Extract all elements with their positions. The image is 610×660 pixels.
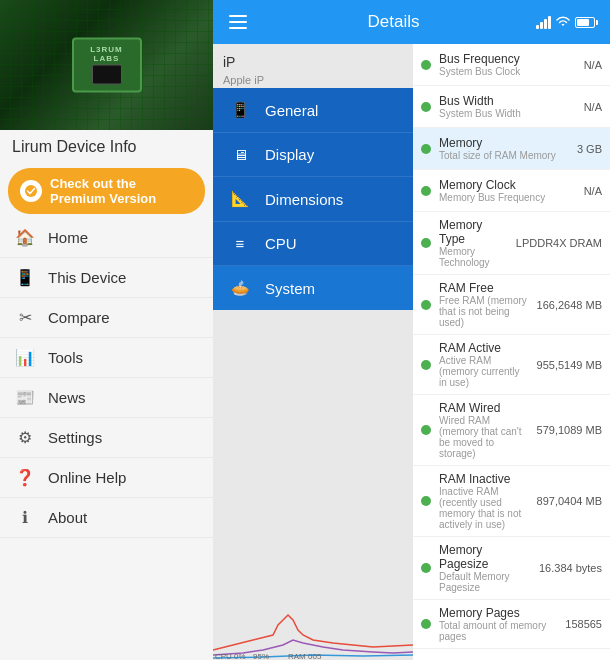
svg-text:95%: 95% xyxy=(253,652,269,660)
detail-row: RAM Active Active RAM (memory currently … xyxy=(413,335,610,395)
svg-text:CPU 0%: CPU 0% xyxy=(215,652,246,660)
detail-value: 955,5149 MB xyxy=(537,359,602,371)
dropdown-item-system[interactable]: 🥧 System xyxy=(213,266,413,310)
dropdown-icon-system: 🥧 xyxy=(229,279,251,297)
dropdown-item-display[interactable]: 🖥 Display xyxy=(213,133,413,177)
detail-text: RAM Wired Wired RAM (memory that can't b… xyxy=(439,401,529,459)
detail-text: Bus Frequency System Bus Clock xyxy=(439,52,576,77)
detail-name: RAM Inactive xyxy=(439,472,529,486)
nav-label-tools: Tools xyxy=(48,349,83,366)
nav-label-online-help: Online Help xyxy=(48,469,126,486)
wifi-icon xyxy=(555,16,571,28)
nav-label-home: Home xyxy=(48,229,88,246)
dropdown-label-display: Display xyxy=(265,146,314,163)
nav-item-this-device[interactable]: 📱 This Device xyxy=(0,258,213,298)
detail-dot xyxy=(421,619,431,629)
content-area: iP Apple iP Available St 34,2 G CPU 0% xyxy=(213,44,610,660)
dropdown-icon-general: 📱 xyxy=(229,101,251,119)
dropdown-icon-display: 🖥 xyxy=(229,146,251,163)
detail-value: 158565 xyxy=(565,618,602,630)
premium-button[interactable]: Check out the Premium Version xyxy=(8,168,205,214)
hamburger-button[interactable] xyxy=(225,11,251,33)
app-header: L3RUM LABS xyxy=(0,0,213,130)
nav-icon-compare: ✂ xyxy=(14,308,36,327)
dropdown-item-dimensions[interactable]: 📐 Dimensions xyxy=(213,177,413,222)
chip-graphic xyxy=(92,64,122,84)
top-bar: Details xyxy=(213,0,610,44)
nav-icon-about: ℹ xyxy=(14,508,36,527)
nav-icon-online-help: ❓ xyxy=(14,468,36,487)
dropdown-label-general: General xyxy=(265,102,318,119)
detail-name: RAM Active xyxy=(439,341,529,355)
dropdown-item-cpu[interactable]: ≡ CPU xyxy=(213,222,413,266)
nav-list: 🏠 Home 📱 This Device ✂ Compare 📊 Tools 📰… xyxy=(0,218,213,538)
dropdown-label-cpu: CPU xyxy=(265,235,297,252)
detail-row: Memory Pages Total amount of memory page… xyxy=(413,600,610,649)
hamburger-line-3 xyxy=(229,27,247,29)
mini-chart: CPU 0% 95% RAM 005 xyxy=(213,595,413,660)
logo-text-lirum: L3RUM xyxy=(90,44,123,53)
nav-icon-settings: ⚙ xyxy=(14,428,36,447)
detail-name: Bus Frequency xyxy=(439,52,576,66)
detail-value: 579,1089 MB xyxy=(537,424,602,436)
nav-item-online-help[interactable]: ❓ Online Help xyxy=(0,458,213,498)
nav-item-settings[interactable]: ⚙ Settings xyxy=(0,418,213,458)
device-name: iP xyxy=(223,54,403,70)
premium-icon xyxy=(20,180,42,202)
detail-dot xyxy=(421,563,431,573)
detail-sub: Active RAM (memory currently in use) xyxy=(439,355,529,388)
detail-sub: Total amount of memory pages xyxy=(439,620,557,642)
detail-sub: Inactive RAM (recently used memory that … xyxy=(439,486,529,530)
nav-icon-this-device: 📱 xyxy=(14,268,36,287)
nav-label-compare: Compare xyxy=(48,309,110,326)
signal-icon xyxy=(536,16,551,29)
dropdown-icon-cpu: ≡ xyxy=(229,235,251,252)
left-panel: L3RUM LABS Lirum Device Info Check out t… xyxy=(0,0,213,660)
detail-value: N/A xyxy=(584,59,602,71)
top-title: Details xyxy=(261,12,526,32)
detail-sub: Wired RAM (memory that can't be moved to… xyxy=(439,415,529,459)
premium-label: Check out the Premium Version xyxy=(50,176,193,206)
app-title: Lirum Device Info xyxy=(0,130,213,164)
nav-icon-tools: 📊 xyxy=(14,348,36,367)
detail-name: Memory Pages xyxy=(439,606,557,620)
detail-dot xyxy=(421,496,431,506)
detail-text: Memory Pages Total amount of memory page… xyxy=(439,606,557,642)
detail-name: Memory Pagesize xyxy=(439,543,531,571)
nav-item-compare[interactable]: ✂ Compare xyxy=(0,298,213,338)
nav-icon-news: 📰 xyxy=(14,388,36,407)
status-bar-right xyxy=(536,16,598,29)
dropdown-overlay: 📱 General 🖥 Display 📐 Dimensions ≡ CPU 🥧… xyxy=(213,88,610,310)
hamburger-line-1 xyxy=(229,15,247,17)
pcb-background: L3RUM LABS xyxy=(0,0,213,130)
dropdown-label-system: System xyxy=(265,280,315,297)
nav-item-news[interactable]: 📰 News xyxy=(0,378,213,418)
detail-dot xyxy=(421,360,431,370)
detail-text: RAM Active Active RAM (memory currently … xyxy=(439,341,529,388)
nav-label-this-device: This Device xyxy=(48,269,126,286)
nav-label-settings: Settings xyxy=(48,429,102,446)
detail-row: Bus Frequency System Bus Clock N/A xyxy=(413,44,610,86)
dropdown-menu: 📱 General 🖥 Display 📐 Dimensions ≡ CPU 🥧… xyxy=(213,88,413,310)
battery-icon xyxy=(575,17,598,28)
detail-dot xyxy=(421,60,431,70)
nav-item-tools[interactable]: 📊 Tools xyxy=(0,338,213,378)
detail-text: Memory Pagesize Default Memory Pagesize xyxy=(439,543,531,593)
right-panel: Details iP xyxy=(213,0,610,660)
detail-row: RAM Inactive Inactive RAM (recently used… xyxy=(413,466,610,537)
detail-text: RAM Inactive Inactive RAM (recently used… xyxy=(439,472,529,530)
nav-item-home[interactable]: 🏠 Home xyxy=(0,218,213,258)
dropdown-item-general[interactable]: 📱 General xyxy=(213,88,413,133)
svg-text:RAM 005: RAM 005 xyxy=(288,652,322,660)
detail-value: 897,0404 MB xyxy=(537,495,602,507)
nav-label-about: About xyxy=(48,509,87,526)
check-icon xyxy=(24,184,38,198)
detail-row: RAM Wired Wired RAM (memory that can't b… xyxy=(413,395,610,466)
device-sub: Apple iP xyxy=(223,74,403,86)
detail-name: RAM Wired xyxy=(439,401,529,415)
logo-text-labs: LABS xyxy=(94,53,120,62)
detail-value: 16.384 bytes xyxy=(539,562,602,574)
detail-row: Memory Pagesize Default Memory Pagesize … xyxy=(413,537,610,600)
hamburger-line-2 xyxy=(229,21,247,23)
nav-item-about[interactable]: ℹ About xyxy=(0,498,213,538)
